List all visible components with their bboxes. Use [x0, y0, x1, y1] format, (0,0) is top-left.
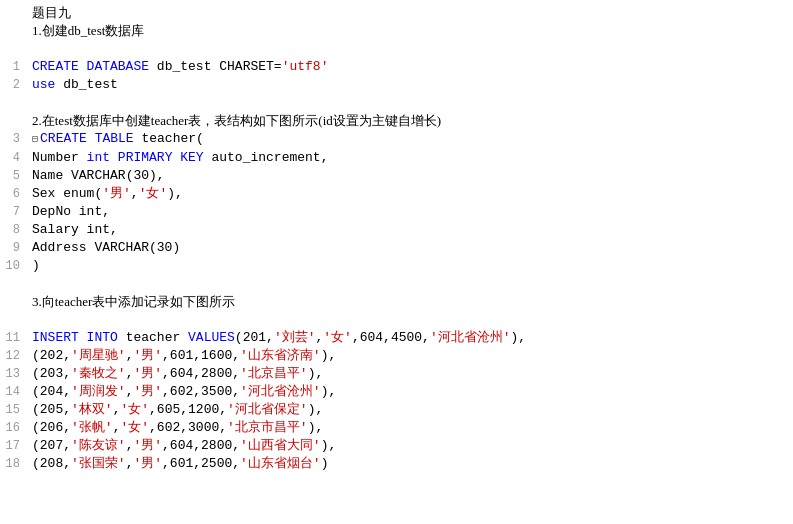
- line-number: 17: [0, 437, 28, 455]
- line-content: (205,'林双','女',605,1200,'河北省保定'),: [28, 401, 793, 419]
- code-line: 17(207,'陈友谅','男',604,2800,'山西省大同'),: [0, 437, 793, 455]
- code-line: 15(205,'林双','女',605,1200,'河北省保定'),: [0, 401, 793, 419]
- line-content: (208,'张国荣','男',601,2500,'山东省烟台'): [28, 455, 793, 473]
- line-content: Sex enum('男','女'),: [28, 185, 793, 203]
- line-number: 3: [0, 130, 28, 148]
- code-line: 14(204,'周润发','男',602,3500,'河北省沧州'),: [0, 383, 793, 401]
- line-content: ⊟CREATE TABLE teacher(: [28, 130, 793, 149]
- line-content: (207,'陈友谅','男',604,2800,'山西省大同'),: [28, 437, 793, 455]
- line-content: DepNo int,: [28, 203, 793, 221]
- line-number: 7: [0, 203, 28, 221]
- line-content: (206,'张帆','女',602,3000,'北京市昌平'),: [28, 419, 793, 437]
- line-number: 18: [0, 455, 28, 473]
- line-content: Salary int,: [28, 221, 793, 239]
- line-content: 1.创建db_test数据库: [28, 22, 793, 40]
- line-content: Number int PRIMARY KEY auto_increment,: [28, 149, 793, 167]
- line-content: Name VARCHAR(30),: [28, 167, 793, 185]
- line-content: INSERT INTO teacher VALUES(201,'刘芸','女',…: [28, 329, 793, 347]
- line-number: 12: [0, 347, 28, 365]
- code-line: 3⊟CREATE TABLE teacher(: [0, 130, 793, 149]
- code-line: 2.在test数据库中创建teacher表，表结构如下图所示(id设置为主键自增…: [0, 112, 793, 130]
- code-line: 1.创建db_test数据库: [0, 22, 793, 40]
- line-number: 14: [0, 383, 28, 401]
- code-line: 18(208,'张国荣','男',601,2500,'山东省烟台'): [0, 455, 793, 473]
- code-line: 13(203,'秦牧之','男',604,2800,'北京昌平'),: [0, 365, 793, 383]
- code-line: 12(202,'周星驰','男',601,1600,'山东省济南'),: [0, 347, 793, 365]
- code-line: [0, 40, 793, 58]
- line-content: (202,'周星驰','男',601,1600,'山东省济南'),: [28, 347, 793, 365]
- line-number: 11: [0, 329, 28, 347]
- code-line: 7DepNo int,: [0, 203, 793, 221]
- line-content: CREATE DATABASE db_test CHARSET='utf8': [28, 58, 793, 76]
- code-line: 3.向teacher表中添加记录如下图所示: [0, 293, 793, 311]
- line-content: (204,'周润发','男',602,3500,'河北省沧州'),: [28, 383, 793, 401]
- code-line: 11INSERT INTO teacher VALUES(201,'刘芸','女…: [0, 329, 793, 347]
- line-number: 5: [0, 167, 28, 185]
- code-line: 1CREATE DATABASE db_test CHARSET='utf8': [0, 58, 793, 76]
- code-line: 9Address VARCHAR(30): [0, 239, 793, 257]
- line-number: 15: [0, 401, 28, 419]
- line-number: 2: [0, 76, 28, 94]
- code-editor: 题目九1.创建db_test数据库1CREATE DATABASE db_tes…: [0, 0, 793, 524]
- code-line: [0, 311, 793, 329]
- code-line: 5Name VARCHAR(30),: [0, 167, 793, 185]
- line-number: 9: [0, 239, 28, 257]
- line-content: 题目九: [28, 4, 793, 22]
- line-number: 1: [0, 58, 28, 76]
- line-number: 16: [0, 419, 28, 437]
- line-content: ): [28, 257, 793, 275]
- line-content: Address VARCHAR(30): [28, 239, 793, 257]
- line-content: 3.向teacher表中添加记录如下图所示: [28, 293, 793, 311]
- code-line: [0, 94, 793, 112]
- line-number: 13: [0, 365, 28, 383]
- code-line: 4Number int PRIMARY KEY auto_increment,: [0, 149, 793, 167]
- line-content: (203,'秦牧之','男',604,2800,'北京昌平'),: [28, 365, 793, 383]
- line-number: 8: [0, 221, 28, 239]
- code-line: 6Sex enum('男','女'),: [0, 185, 793, 203]
- code-line: 16(206,'张帆','女',602,3000,'北京市昌平'),: [0, 419, 793, 437]
- line-number: 10: [0, 257, 28, 275]
- line-content: 2.在test数据库中创建teacher表，表结构如下图所示(id设置为主键自增…: [28, 112, 793, 130]
- code-line: 题目九: [0, 4, 793, 22]
- code-line: 10): [0, 257, 793, 275]
- code-line: 8Salary int,: [0, 221, 793, 239]
- line-number: 6: [0, 185, 28, 203]
- code-line: 2use db_test: [0, 76, 793, 94]
- code-line: [0, 275, 793, 293]
- line-content: use db_test: [28, 76, 793, 94]
- line-number: 4: [0, 149, 28, 167]
